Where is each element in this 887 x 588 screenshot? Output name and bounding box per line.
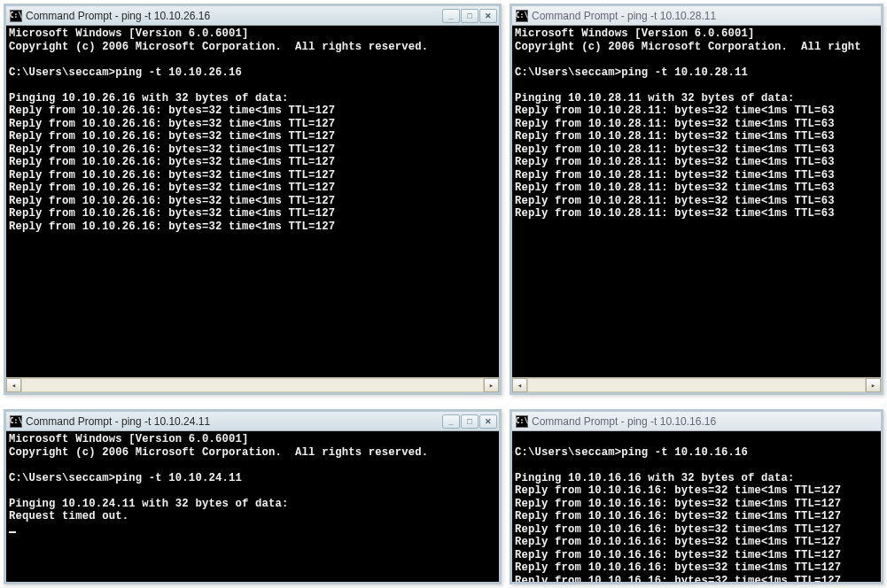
terminal-output[interactable]: Microsoft Windows [Version 6.0.6001] Cop… — [512, 26, 881, 377]
window-controls: _ □ ✕ — [442, 9, 497, 23]
cmd-icon: C:\ — [516, 10, 528, 22]
scroll-right-button[interactable]: ▸ — [866, 378, 881, 392]
window-title: Command Prompt - ping -t 10.10.24.11 — [26, 415, 439, 428]
close-button[interactable]: ✕ — [479, 414, 497, 429]
cmd-window-3[interactable]: C:\ Command Prompt - ping -t 10.10.24.11… — [4, 409, 502, 584]
terminal-output[interactable]: Microsoft Windows [Version 6.0.6001] Cop… — [6, 26, 499, 377]
maximize-button[interactable]: □ — [461, 414, 479, 429]
titlebar[interactable]: C:\ Command Prompt - ping -t 10.10.28.11 — [512, 6, 881, 26]
scroll-left-button[interactable]: ◂ — [512, 378, 527, 392]
titlebar[interactable]: C:\ Command Prompt - ping -t 10.10.16.16 — [512, 412, 881, 431]
minimize-button[interactable]: _ — [442, 414, 460, 429]
terminal-output[interactable]: Microsoft Windows [Version 6.0.6001] Cop… — [6, 431, 499, 582]
cmd-icon: C:\ — [516, 415, 528, 428]
titlebar[interactable]: C:\ Command Prompt - ping -t 10.10.24.11… — [6, 412, 499, 431]
scroll-left-button[interactable]: ◂ — [6, 378, 21, 392]
cmd-window-1[interactable]: C:\ Command Prompt - ping -t 10.10.26.16… — [4, 4, 502, 395]
window-controls: _ □ ✕ — [442, 414, 497, 429]
cmd-icon: C:\ — [10, 415, 22, 428]
scroll-track[interactable] — [21, 378, 484, 392]
cmd-icon: C:\ — [10, 10, 22, 22]
minimize-button[interactable]: _ — [442, 9, 460, 23]
window-title: Command Prompt - ping -t 10.10.26.16 — [26, 10, 439, 22]
scroll-track[interactable] — [527, 378, 866, 392]
window-title: Command Prompt - ping -t 10.10.16.16 — [532, 415, 879, 428]
titlebar[interactable]: C:\ Command Prompt - ping -t 10.10.26.16… — [6, 6, 499, 26]
terminal-cursor — [9, 531, 16, 533]
terminal-output[interactable]: C:\Users\seccam>ping -t 10.10.16.16 Ping… — [512, 431, 881, 582]
maximize-button[interactable]: □ — [461, 9, 479, 23]
window-title: Command Prompt - ping -t 10.10.28.11 — [532, 10, 879, 22]
horizontal-scrollbar[interactable]: ◂ ▸ — [6, 377, 499, 392]
horizontal-scrollbar[interactable]: ◂ ▸ — [512, 377, 881, 392]
scroll-right-button[interactable]: ▸ — [484, 378, 499, 392]
cmd-window-2[interactable]: C:\ Command Prompt - ping -t 10.10.28.11… — [510, 4, 883, 395]
cmd-window-4[interactable]: C:\ Command Prompt - ping -t 10.10.16.16… — [510, 409, 883, 584]
close-button[interactable]: ✕ — [479, 9, 497, 23]
